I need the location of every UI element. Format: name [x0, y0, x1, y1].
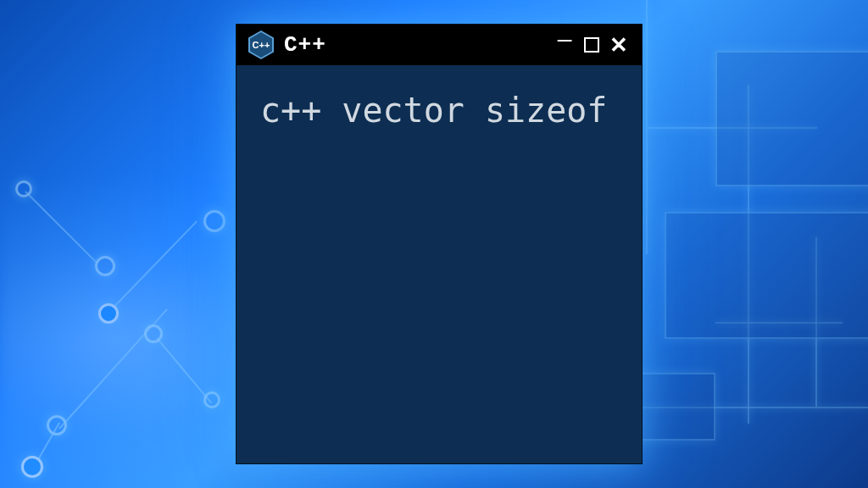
close-button[interactable]: ✕	[608, 34, 630, 56]
minimize-button[interactable]: –	[554, 34, 576, 56]
icon-label: C++	[253, 40, 270, 50]
window-controls: – ✕	[554, 34, 630, 56]
window-title: C++	[284, 32, 543, 58]
maximize-button[interactable]	[584, 37, 599, 53]
cpp-app-icon: C++	[248, 30, 274, 59]
titlebar[interactable]: C++ C++ – ✕	[236, 25, 642, 65]
terminal-window: C++ C++ – ✕ c++ vector sizeof	[236, 24, 643, 464]
terminal-content: c++ vector sizeof	[236, 65, 642, 155]
graph-deco	[25, 119, 246, 441]
